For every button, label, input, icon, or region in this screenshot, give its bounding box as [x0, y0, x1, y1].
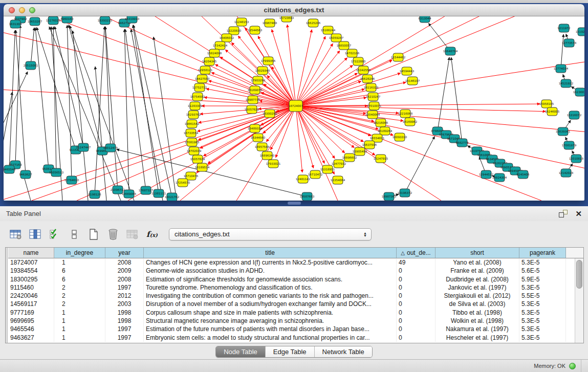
graph-node[interactable]: 16169962 [403, 118, 417, 126]
table-row[interactable]: 2242004622012Investigating the contribut… [8, 292, 575, 300]
graph-node[interactable]: 15318951 [320, 165, 335, 173]
graph-node[interactable]: 9465546 [4, 165, 16, 173]
column-header-in-degree[interactable]: in_degree [54, 248, 105, 258]
graph-node[interactable]: 15192898 [576, 28, 584, 36]
graph-node[interactable]: 19587683 [300, 192, 315, 201]
graph-node[interactable]: 12544563 [248, 26, 263, 34]
graph-node[interactable]: 18029348 [255, 67, 270, 75]
graph-node[interactable]: 12142028 [559, 169, 574, 177]
graph-node[interactable]: 14521922 [559, 79, 573, 87]
graph-node[interactable]: 15824098 [207, 49, 222, 57]
graph-node[interactable]: 15489334 [248, 124, 263, 133]
graph-node[interactable]: 16093310 [393, 133, 407, 141]
table-row[interactable]: 969969511998Structural magnetic resonanc… [8, 317, 575, 325]
graph-node[interactable]: 12764610 [64, 176, 79, 184]
graph-node[interactable]: 12216068 [398, 110, 413, 118]
graph-node[interactable]: 15958185 [539, 100, 554, 108]
column-header-pagerank[interactable]: pagerank [519, 248, 566, 258]
zoom-window-button[interactable] [29, 7, 35, 13]
table-row[interactable]: 1872400712008Changes of HCN gene express… [8, 258, 575, 267]
graph-node[interactable]: 12944512 [479, 170, 493, 179]
column-header-out-de-[interactable]: △out_de... [397, 248, 435, 258]
graph-node[interactable]: 15056513 [49, 168, 64, 177]
graph-node[interactable]: 18987736 [246, 96, 260, 104]
column-header-short[interactable]: short [435, 248, 519, 258]
graph-node[interactable]: 11248153 [234, 18, 249, 26]
graph-node[interactable]: 18957548 [255, 143, 270, 151]
table-row[interactable]: 1830029562008Estimation of significance … [8, 275, 575, 283]
table-row[interactable]: 946554611997Estimation of the future num… [8, 325, 575, 333]
tab-node-table[interactable]: Node Table [216, 346, 265, 357]
delete-column-icon[interactable] [104, 226, 122, 243]
graph-node[interactable]: 16967468 [263, 19, 277, 27]
table-selector-dropdown[interactable]: citations_edges.txt ▲▼ [169, 228, 372, 240]
graph-node[interactable]: 19861542 [185, 120, 199, 128]
graph-node[interactable]: 17081979 [562, 141, 577, 149]
float-panel-icon[interactable] [559, 210, 568, 217]
graph-node[interactable]: 11283309 [188, 102, 203, 110]
graph-node[interactable]: 17999356 [261, 57, 276, 65]
graph-node[interactable]: 17081983 [185, 138, 200, 146]
graph-node[interactable]: 19924304 [492, 173, 507, 182]
graph-node[interactable]: 1831304 [9, 20, 22, 28]
graph-node[interactable]: 16021762 [165, 193, 179, 201]
graph-node[interactable]: 18987363 [382, 192, 397, 201]
delete-table-icon[interactable] [124, 226, 141, 243]
function-builder-icon[interactable]: f(x) [143, 226, 161, 243]
graph-node[interactable]: 16850057 [337, 41, 352, 50]
graph-node[interactable]: 15723693 [279, 16, 294, 22]
graph-node[interactable]: 9882778 [456, 139, 469, 147]
graph-node[interactable]: 12773578 [562, 39, 577, 47]
graph-node[interactable]: 17933021 [266, 160, 281, 168]
column-visibility-icon[interactable] [27, 226, 44, 243]
graph-node[interactable]: 15057824 [190, 155, 205, 163]
graph-node[interactable]: 16406012 [220, 34, 234, 42]
close-panel-icon[interactable]: ✕ [575, 210, 582, 217]
graph-node[interactable]: 15146197 [405, 77, 420, 85]
graph-node[interactable]: 12010818 [569, 155, 584, 163]
graph-node[interactable]: 16648784 [443, 47, 458, 55]
graph-node[interactable]: 14702039 [187, 147, 202, 155]
graph-node[interactable]: 16896340 [260, 151, 275, 160]
row-height-icon[interactable] [66, 226, 83, 243]
graph-node[interactable]: 16246005 [545, 107, 560, 116]
tab-network-table[interactable]: Network Table [314, 346, 372, 357]
table-row[interactable]: 1938455462009Genome-wide association stu… [8, 267, 575, 275]
window-titlebar[interactable]: citations_edges.txt [4, 4, 584, 16]
hub-graph-node[interactable]: 18724007 [289, 100, 303, 112]
graph-node[interactable]: 17010071 [367, 102, 382, 110]
graph-node[interactable]: 10196372 [398, 189, 412, 197]
graph-node[interactable]: 15316072 [567, 111, 581, 119]
graph-node[interactable]: 16293762 [186, 111, 201, 119]
table-row[interactable]: 946362711997Embryonic stem cells: a mode… [8, 334, 575, 342]
table-row[interactable]: 911546021997Tourette syndrome. Phenomeno… [8, 283, 575, 292]
graph-node[interactable]: 14594443 [400, 67, 415, 75]
graph-node[interactable]: 18393215 [98, 16, 113, 25]
scrollbar-thumb[interactable] [576, 260, 582, 289]
graph-node[interactable]: 12481141 [296, 175, 311, 183]
graph-node[interactable]: 16236811 [573, 88, 584, 96]
graph-node[interactable]: 9463627 [19, 170, 32, 179]
column-header-name[interactable]: name [8, 248, 54, 258]
close-window-button[interactable] [9, 7, 15, 13]
graph-node[interactable]: 17903293 [251, 76, 266, 84]
graph-node[interactable]: 8313044 [419, 16, 431, 23]
graph-node[interactable]: 18300295 [263, 110, 277, 118]
graph-node[interactable]: 15247915 [374, 155, 388, 163]
create-column-icon[interactable] [85, 226, 102, 243]
table-mode-icon[interactable] [7, 226, 25, 243]
graph-node[interactable]: 8960160 [61, 16, 74, 23]
graph-node[interactable]: 11381111 [151, 189, 166, 198]
graph-node[interactable]: 16896602 [342, 154, 357, 162]
graph-node[interactable]: 15342556 [356, 66, 371, 74]
panel-splitter[interactable] [288, 202, 301, 205]
graph-node[interactable]: 16210247 [366, 93, 381, 101]
graph-node[interactable]: 20515081 [24, 61, 38, 70]
graph-node[interactable]: 16319910 [125, 16, 140, 23]
graph-node[interactable]: 15276025 [46, 16, 61, 25]
graph-node[interactable]: 12477932 [332, 160, 346, 168]
graph-node[interactable]: 16344560 [251, 134, 266, 142]
graph-node[interactable]: 9245406 [517, 170, 530, 179]
graph-node[interactable]: 16754582 [190, 93, 205, 101]
graph-node[interactable]: 8198126 [89, 190, 101, 199]
